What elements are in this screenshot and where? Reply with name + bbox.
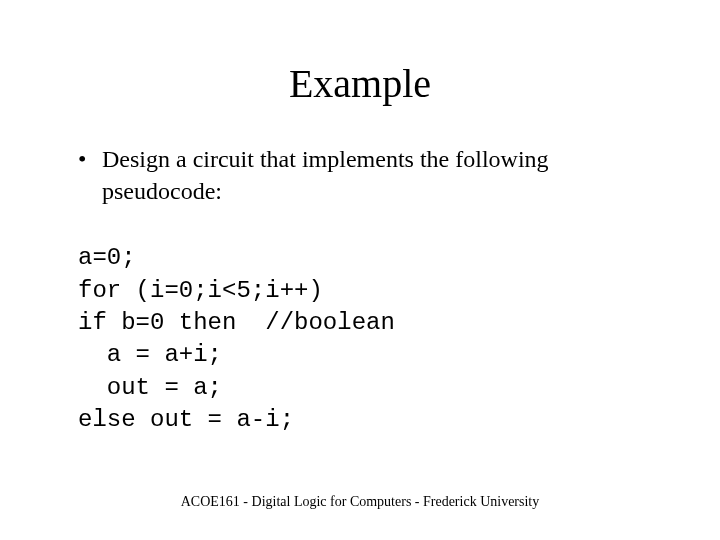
code-line: a=0;: [78, 244, 136, 271]
slide-footer: ACOE161 - Digital Logic for Computers - …: [0, 494, 720, 510]
code-block: a=0; for (i=0;i<5;i++) if b=0 then //boo…: [78, 210, 660, 437]
bullet-marker: •: [78, 143, 102, 175]
bullet-text: Design a circuit that implements the fol…: [102, 143, 660, 208]
code-line: for (i=0;i<5;i++): [78, 277, 323, 304]
code-line: out = a;: [78, 374, 222, 401]
slide: Example • Design a circuit that implemen…: [0, 0, 720, 540]
slide-title: Example: [0, 0, 720, 143]
bullet-item: • Design a circuit that implements the f…: [78, 143, 660, 208]
code-line: a = a+i;: [78, 341, 222, 368]
slide-body: • Design a circuit that implements the f…: [0, 143, 720, 437]
code-line: else out = a-i;: [78, 406, 294, 433]
code-line: if b=0 then //boolean: [78, 309, 395, 336]
